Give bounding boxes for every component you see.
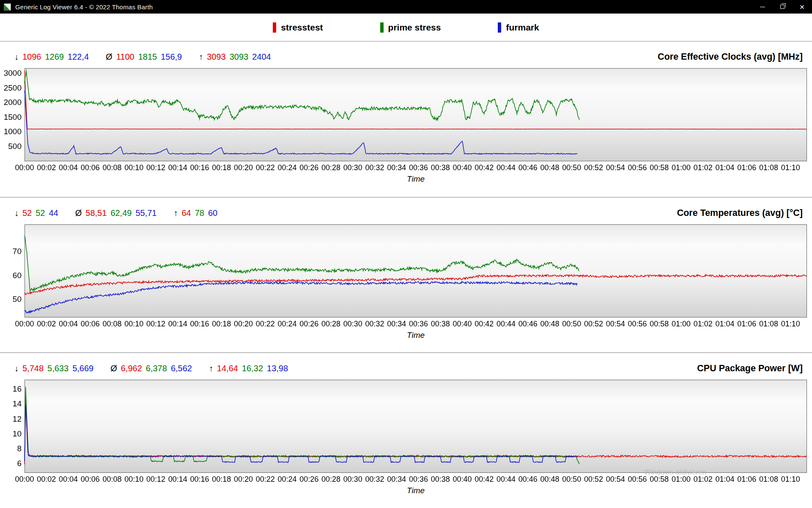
section-core-effective-clocks: ↓10961269122,4Ø11001815156,9↑30933093240… [0, 41, 812, 197]
stat-max-value: 2404 [252, 52, 271, 62]
legend-label: stresstest [281, 22, 323, 33]
x-axis-title: Time [0, 486, 812, 495]
stresstest-color-mark [273, 22, 276, 33]
stat-min-value: 52 [36, 208, 45, 218]
stat-min-value: 52 [22, 208, 32, 218]
stat-avg-value: 58,51 [85, 208, 107, 218]
stat-max-value: 3093 [207, 52, 226, 62]
chart-stats: ↓5,7485,6335,669Ø6,9626,3786,562↑14,6416… [14, 364, 288, 373]
chart-stats: ↓525244Ø58,5162,4955,71↑647860 [14, 208, 217, 218]
stat-group-avg: Ø11001815156,9 [106, 52, 182, 62]
stat-group-max: ↑14,6416,3213,98 [209, 364, 288, 373]
close-icon: ✕ [799, 4, 805, 10]
section-cpu-package-power: ↓5,7485,6335,669Ø6,9626,3786,562↑14,6416… [0, 352, 812, 508]
stat-min-value: 44 [49, 208, 58, 218]
average-icon: Ø [106, 52, 112, 62]
stat-max-value: 14,64 [217, 364, 238, 373]
temperatures-chart-canvas[interactable] [0, 222, 812, 329]
x-axis-title: Time [0, 331, 812, 340]
chart-title: Core Temperatures (avg) [°C] [677, 208, 803, 218]
section-header: ↓5,7485,6335,669Ø6,9626,3786,562↑14,6416… [0, 359, 812, 378]
minimize-icon [760, 7, 765, 7]
legend-bar: stresstest prime stress furmark [0, 14, 812, 41]
legend-item-prime-stress: prime stress [380, 22, 441, 33]
stat-max-value: 60 [208, 208, 217, 218]
close-button[interactable]: ✕ [792, 0, 812, 14]
stat-avg-value: 6,378 [146, 364, 167, 373]
stat-min-value: 122,4 [68, 52, 89, 62]
furmark-color-mark [498, 22, 501, 33]
window-title: Generic Log Viewer 6.4 - © 2022 Thomas B… [15, 3, 153, 11]
stat-max-value: 13,98 [267, 364, 288, 373]
clocks-chart-canvas[interactable] [0, 66, 812, 173]
stat-avg-value: 156,9 [161, 52, 182, 62]
stat-min-value: 5,669 [72, 364, 93, 373]
stat-group-min: ↓525244 [14, 208, 58, 218]
section-header: ↓525244Ø58,5162,4955,71↑647860 Core Temp… [0, 204, 812, 222]
stat-group-max: ↑647860 [174, 208, 218, 218]
stat-avg-value: 6,962 [121, 364, 142, 373]
stat-max-value: 78 [195, 208, 204, 218]
restore-icon [780, 5, 785, 9]
chart-title: Core Effective Clocks (avg) [MHz] [658, 52, 803, 62]
stat-min-value: 5,748 [22, 364, 44, 373]
window-controls: ✕ [752, 0, 812, 14]
stat-avg-value: 55,71 [135, 208, 156, 218]
power-chart-canvas[interactable] [0, 378, 812, 484]
stat-max-value: 3093 [230, 52, 249, 62]
legend-item-stresstest: stresstest [273, 22, 323, 33]
average-icon: Ø [75, 208, 82, 218]
x-axis-title: Time [0, 174, 812, 184]
app-icon [4, 3, 11, 11]
legend-item-furmark: furmark [498, 22, 539, 33]
stat-max-value: 64 [182, 208, 191, 218]
prime-stress-color-mark [380, 22, 384, 33]
chart-title: CPU Package Power [W] [697, 363, 803, 374]
max-arrow-icon: ↑ [174, 208, 178, 218]
min-arrow-icon: ↓ [14, 52, 19, 62]
stat-min-value: 1269 [45, 52, 64, 62]
stat-avg-value: 1100 [116, 52, 134, 62]
legend-label: furmark [506, 22, 539, 33]
stat-group-min: ↓10961269122,4 [14, 52, 89, 62]
stat-avg-value: 62,49 [110, 208, 132, 218]
min-arrow-icon: ↓ [14, 208, 19, 218]
stat-group-avg: Ø6,9626,3786,562 [110, 364, 192, 373]
stat-group-min: ↓5,7485,6335,669 [14, 364, 93, 373]
section-core-temperatures: ↓525244Ø58,5162,4955,71↑647860 Core Temp… [0, 197, 812, 352]
stat-group-max: ↑309330932404 [199, 52, 271, 62]
stat-avg-value: 1815 [138, 52, 157, 62]
stat-min-value: 5,633 [47, 364, 69, 373]
stat-group-avg: Ø58,5162,4955,71 [75, 208, 157, 218]
average-icon: Ø [110, 364, 117, 373]
chart-stats: ↓10961269122,4Ø11001815156,9↑30933093240… [14, 52, 271, 62]
minimize-button[interactable] [752, 0, 772, 14]
window-titlebar: Generic Log Viewer 6.4 - © 2022 Thomas B… [0, 0, 812, 14]
stat-max-value: 16,32 [242, 364, 263, 373]
stat-min-value: 1096 [22, 52, 41, 62]
section-header: ↓10961269122,4Ø11001815156,9↑30933093240… [0, 47, 812, 66]
min-arrow-icon: ↓ [14, 364, 19, 373]
maximize-button[interactable] [772, 0, 792, 14]
stat-avg-value: 6,562 [171, 364, 192, 373]
max-arrow-icon: ↑ [209, 364, 213, 373]
max-arrow-icon: ↑ [199, 52, 203, 62]
legend-label: prime stress [388, 22, 441, 33]
